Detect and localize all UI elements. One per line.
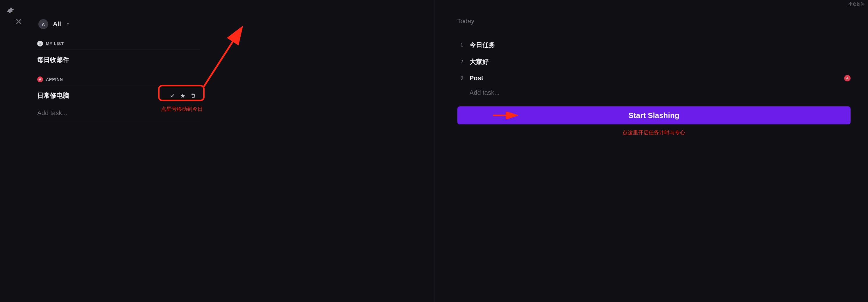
list-icon: ≡ xyxy=(37,41,43,47)
section-title: APPINN xyxy=(46,77,63,82)
filter-avatar: A xyxy=(38,19,48,29)
item-badge: A xyxy=(844,75,850,81)
add-task-row[interactable] xyxy=(457,89,851,96)
annotation-text: 点星号移动到今日 xyxy=(161,105,203,113)
section-header[interactable]: ≡ MY LIST xyxy=(37,39,200,50)
filter-bar[interactable]: A All xyxy=(38,19,434,29)
gear-icon[interactable] xyxy=(7,7,14,14)
start-slashing-button[interactable]: Start Slashing xyxy=(457,107,851,124)
trash-icon[interactable] xyxy=(191,93,196,98)
task-title: 日常修电脑 xyxy=(37,91,69,100)
list-section: ≡ MY LIST 每日收邮件 xyxy=(37,39,200,69)
section-header[interactable]: A APPINN xyxy=(37,75,200,86)
item-title: Post xyxy=(470,74,838,82)
item-number: 1 xyxy=(457,42,463,48)
today-list: 1 今日任务 2 大家好 3 Post A xyxy=(457,37,851,86)
item-number: 2 xyxy=(457,59,463,64)
close-icon[interactable] xyxy=(14,18,23,26)
start-button-label: Start Slashing xyxy=(628,111,679,120)
today-item[interactable]: 3 Post A xyxy=(457,70,851,86)
task-title: 每日收邮件 xyxy=(37,56,69,64)
today-item[interactable]: 2 大家好 xyxy=(457,54,851,70)
list-section: A APPINN 日常修电脑 xyxy=(37,75,200,121)
watermark: 小众软件 xyxy=(848,2,865,7)
filter-label: All xyxy=(53,20,61,28)
today-heading: Today xyxy=(457,18,851,25)
annotation-text: 点这里开启任务计时与专心 xyxy=(457,129,851,136)
left-panel: A All ≡ MY LIST 每日收邮件 A APPINN 日常修电脑 xyxy=(0,0,434,302)
check-icon[interactable] xyxy=(170,93,175,98)
right-panel: Today 1 今日任务 2 大家好 3 Post A Start Slashi… xyxy=(434,0,868,302)
item-title: 今日任务 xyxy=(470,41,851,50)
item-number: 3 xyxy=(457,76,463,81)
task-row[interactable]: 日常修电脑 xyxy=(37,86,200,105)
today-item[interactable]: 1 今日任务 xyxy=(457,37,851,54)
item-title: 大家好 xyxy=(470,58,851,66)
task-actions xyxy=(166,91,200,100)
list-icon: A xyxy=(37,77,43,82)
annotation-arrow-icon xyxy=(492,112,520,119)
chevron-down-icon xyxy=(66,21,70,27)
star-icon[interactable] xyxy=(180,93,185,98)
task-row[interactable]: 每日收邮件 xyxy=(37,50,200,69)
add-task-input[interactable] xyxy=(470,89,851,96)
section-title: MY LIST xyxy=(46,41,64,46)
